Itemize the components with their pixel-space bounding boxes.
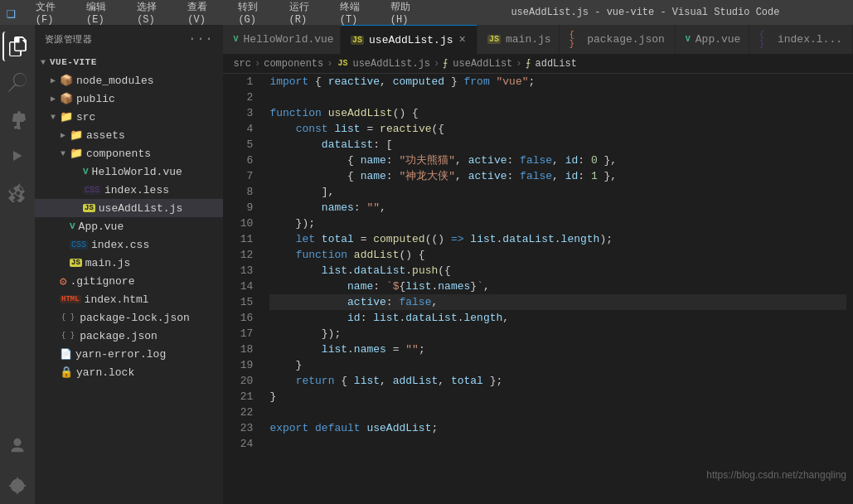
- breadcrumb-fn-icon: ⨍: [443, 57, 448, 70]
- breadcrumb-sep4: ›: [516, 58, 521, 70]
- breadcrumb-sep2: ›: [327, 58, 332, 70]
- menu-goto[interactable]: 转到(G): [231, 0, 279, 27]
- useaddlist-label: useAddList.js: [99, 202, 182, 215]
- tree-item-package-json[interactable]: { } package.json: [35, 327, 223, 345]
- window-title: useAddList.js - vue-vite - Visual Studio…: [444, 7, 846, 18]
- run-activity-icon[interactable]: [2, 141, 32, 171]
- node-modules-icon: 📦: [60, 74, 73, 87]
- index-html-label: index.html: [85, 293, 149, 306]
- tab-main[interactable]: JS main.js: [477, 25, 560, 54]
- tree-item-components[interactable]: ▼ 📁 components: [35, 144, 223, 162]
- account-icon[interactable]: [2, 431, 32, 461]
- breadcrumb-components[interactable]: components: [264, 58, 323, 70]
- code-line-6: { name: "功夫熊猫", active: false, id: 0 },: [269, 153, 846, 168]
- tab-helloworld[interactable]: V HelloWorld.vue: [223, 25, 341, 54]
- editor[interactable]: 1234 5678 9101112 13141516 17181920 2122…: [223, 74, 853, 504]
- editor-area: V HelloWorld.vue JS useAddList.js × JS m…: [223, 25, 853, 504]
- activity-bar: [0, 25, 35, 504]
- code-line-4: const list = reactive({: [269, 121, 846, 137]
- app-vue-icon: V: [70, 221, 75, 231]
- tree-item-src[interactable]: ▼ 📁 src: [35, 108, 223, 126]
- code-line-5: dataList: [: [269, 137, 846, 153]
- menu-select[interactable]: 选择(S): [130, 0, 177, 27]
- code-line-7: { name: "神龙大侠", active: false, id: 1 },: [269, 168, 846, 184]
- tree-item-package-lock[interactable]: { } package-lock.json: [35, 308, 223, 327]
- tree-item-index-html[interactable]: HTML index.html: [35, 290, 223, 308]
- lock-icon: 🔒: [60, 366, 73, 379]
- less-file-icon: CSS: [83, 186, 101, 195]
- gitignore-icon: ⚙: [60, 274, 66, 288]
- chevron-right-icon2: ▶: [48, 94, 58, 104]
- tree-item-assets[interactable]: ▶ 📁 assets: [35, 126, 223, 144]
- tab-helloworld-label: HelloWorld.vue: [243, 33, 333, 46]
- code-editor[interactable]: import { reactive, computed } from "vue"…: [263, 74, 853, 504]
- main-layout: 资源管理器 ··· ▼ VUE-VITE ▶ 📦 node_modules ▶ …: [0, 25, 853, 504]
- tab-app-vue-icon: V: [686, 35, 691, 44]
- sidebar: 资源管理器 ··· ▼ VUE-VITE ▶ 📦 node_modules ▶ …: [35, 25, 223, 504]
- code-line-2: [269, 90, 846, 105]
- search-activity-icon[interactable]: [2, 68, 32, 98]
- breadcrumb-js-icon: JS: [336, 59, 349, 68]
- code-line-15: active: false,: [269, 294, 846, 310]
- tree-item-index-css[interactable]: CSS index.css: [35, 235, 223, 254]
- breadcrumb-src[interactable]: src: [233, 58, 251, 70]
- chevron-right-icon3: ▶: [58, 130, 68, 140]
- scm-activity-icon[interactable]: [2, 104, 32, 134]
- log-icon: 📄: [60, 348, 72, 361]
- tree-item-gitignore[interactable]: ⚙ .gitignore: [35, 272, 223, 290]
- menu-terminal[interactable]: 终端(T): [333, 0, 380, 27]
- pkg-icon: { }: [60, 332, 76, 340]
- files-activity-icon[interactable]: [2, 32, 32, 61]
- tree-item-index-less[interactable]: CSS index.less: [35, 181, 223, 199]
- tree-item-app-vue[interactable]: V App.vue: [35, 217, 223, 235]
- helloworld-label: HelloWorld.vue: [92, 166, 182, 178]
- breadcrumb-function[interactable]: useAddList: [453, 58, 512, 70]
- tab-app-vue-label: App.vue: [695, 33, 741, 46]
- settings-icon[interactable]: [2, 471, 32, 501]
- code-line-8: ],: [269, 184, 846, 200]
- index-css-label: index.css: [91, 239, 149, 251]
- yarn-lock-label: yarn.lock: [76, 366, 134, 379]
- menu-file[interactable]: 文件(F): [29, 0, 76, 27]
- tree-item-public[interactable]: ▶ 📦 public: [35, 90, 223, 108]
- assets-icon: 📁: [70, 128, 83, 142]
- breadcrumb-sep3: ›: [434, 58, 439, 70]
- tree-item-useaddlist[interactable]: JS useAddList.js: [35, 199, 223, 217]
- tree-item-main-js[interactable]: JS main.js: [35, 254, 223, 272]
- root-label: VUE-VITE: [50, 57, 97, 67]
- tab-index[interactable]: { } index.l...: [749, 25, 853, 54]
- yarn-error-label: yarn-error.log: [75, 348, 166, 361]
- sidebar-more-button[interactable]: ···: [188, 32, 213, 46]
- tree-item-yarn-error[interactable]: 📄 yarn-error.log: [35, 345, 223, 363]
- code-line-16: id: list.dataList.length,: [269, 310, 846, 326]
- code-line-1: import { reactive, computed } from "vue"…: [269, 74, 846, 90]
- breadcrumb-file[interactable]: useAddList.js: [352, 58, 430, 70]
- tree-item-node-modules[interactable]: ▶ 📦 node_modules: [35, 71, 223, 90]
- tab-main-label: main.js: [506, 33, 551, 46]
- code-line-12: function addList() {: [269, 247, 846, 263]
- breadcrumb-addlist[interactable]: addList: [536, 58, 577, 70]
- tree-item-yarn-lock[interactable]: 🔒 yarn.lock: [35, 363, 223, 381]
- menu-view[interactable]: 查看(V): [181, 0, 228, 27]
- tab-useaddlist[interactable]: JS useAddList.js ×: [341, 25, 477, 54]
- tab-bar: V HelloWorld.vue JS useAddList.js × JS m…: [223, 25, 853, 54]
- code-line-10: });: [269, 216, 846, 231]
- code-line-14: name: `${list.names}`,: [269, 279, 846, 294]
- tab-package-json[interactable]: { } package.json: [560, 25, 676, 54]
- menu-edit[interactable]: 编辑(E): [80, 0, 127, 27]
- tree-item-helloworld[interactable]: V HelloWorld.vue: [35, 162, 223, 181]
- tab-app-vue[interactable]: V App.vue: [676, 25, 749, 54]
- code-line-9: names: "",: [269, 200, 846, 216]
- tab-pkg-icon: { }: [569, 31, 580, 49]
- titlebar: ❑ 文件(F) 编辑(E) 选择(S) 查看(V) 转到(G) 运行(R) 终端…: [0, 0, 853, 25]
- breadcrumb-sep1: ›: [254, 58, 260, 70]
- components-icon: 📁: [70, 147, 83, 160]
- tree-root-vue-vite[interactable]: ▼ VUE-VITE: [35, 53, 223, 71]
- menu-run[interactable]: 运行(R): [283, 0, 330, 27]
- extensions-activity-icon[interactable]: [2, 177, 32, 207]
- menu-help[interactable]: 帮助(H): [384, 0, 431, 27]
- code-line-11: let total = computed(() => list.dataList…: [269, 231, 846, 247]
- tab-close-icon[interactable]: ×: [458, 33, 466, 46]
- breadcrumb-fn-icon2: ⨍: [526, 57, 531, 70]
- index-less-label: index.less: [104, 184, 169, 196]
